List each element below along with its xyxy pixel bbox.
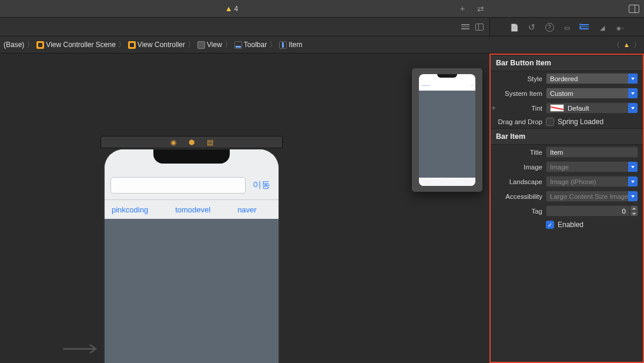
add-variation-icon[interactable]: ＋: [491, 103, 498, 113]
navigation-bar: 이동: [105, 171, 279, 200]
add-icon[interactable]: ＋: [458, 4, 467, 14]
toolbar-preview: pinkcoding tomodevel naver: [105, 200, 279, 219]
content-area: [105, 219, 279, 363]
tag-label: Tag: [491, 208, 542, 215]
title-field[interactable]: Item: [546, 146, 638, 158]
size-inspector-tab[interactable]: [598, 22, 607, 32]
tint-select[interactable]: Default: [546, 102, 638, 114]
toolbar-link[interactable]: pinkcoding: [112, 205, 148, 214]
title-label: Title: [491, 149, 542, 156]
crumb-scene[interactable]: View Controller Scene: [36, 41, 116, 49]
enabled-checkbox[interactable]: ✓: [546, 221, 554, 229]
tag-field[interactable]: 0: [546, 205, 630, 217]
document-outline-icon[interactable]: [475, 24, 484, 31]
system-item-label: System Item: [491, 90, 542, 97]
help-inspector-tab[interactable]: [545, 22, 554, 32]
view-icon: [197, 41, 205, 49]
attributes-inspector-tab[interactable]: [580, 22, 589, 32]
crumb-item[interactable]: Item: [279, 41, 302, 49]
image-select[interactable]: Image: [546, 161, 638, 172]
enabled-label: Enabled: [558, 221, 583, 229]
search-field[interactable]: [110, 177, 246, 194]
minimap-device: ~~~~~-- ····: [419, 74, 475, 186]
style-select[interactable]: Bordered: [546, 73, 638, 84]
notch: [153, 149, 230, 164]
adjust-lines-icon[interactable]: [461, 24, 469, 29]
spring-loaded-checkbox[interactable]: [546, 118, 554, 126]
warning-icon: ▲: [225, 4, 233, 13]
crumb-vc[interactable]: View Controller: [128, 41, 185, 49]
issue-badge[interactable]: ▲ 4: [225, 4, 239, 13]
toolbar-icon: [234, 41, 242, 49]
editor-subbar: [0, 18, 644, 36]
scene-icon: [36, 41, 44, 49]
nav-fwd-icon[interactable]: 〉: [633, 40, 640, 50]
toolbar-link[interactable]: tomodevel: [175, 205, 210, 214]
tint-label: Tint: [491, 105, 542, 112]
scene-selection-bar[interactable]: ◉ ⬢ ▤: [100, 136, 283, 148]
breadcrumb: (Base) 〉 View Controller Scene 〉 View Co…: [0, 36, 644, 54]
status-bar: [105, 149, 279, 171]
file-inspector-tab[interactable]: [509, 22, 519, 32]
interface-builder-canvas[interactable]: ~~~~~-- ···· ◉ ⬢ ▤ 이동 pinkcoding tomodev…: [0, 54, 489, 363]
first-responder-icon[interactable]: ⬢: [188, 138, 196, 146]
baritem-icon: [279, 41, 287, 49]
accessibility-label: Accessibility: [491, 193, 542, 200]
bidir-arrow-icon[interactable]: ⇄: [477, 4, 484, 14]
landscape-select[interactable]: Image (iPhone): [546, 176, 638, 187]
landscape-label: Landscape: [491, 178, 542, 185]
issue-count: 4: [234, 5, 239, 13]
toolbar-link[interactable]: naver: [237, 205, 257, 214]
nav-right-button[interactable]: 이동: [250, 179, 273, 191]
vc-chip-icon[interactable]: ◉: [170, 138, 177, 146]
style-label: Style: [491, 75, 542, 82]
section-header: Bar Button Item: [491, 55, 643, 71]
section-header: Bar Item: [491, 128, 643, 145]
window-toolbar: ▲ 4 ＋ ⇄: [0, 0, 644, 18]
system-item-select[interactable]: Custom: [546, 88, 638, 99]
spring-loaded-label: Spring Loaded: [558, 118, 603, 126]
connections-inspector-tab[interactable]: [615, 22, 625, 32]
dnd-label: Drag and Drop: [491, 118, 542, 125]
tint-swatch-icon: [550, 104, 564, 112]
identity-inspector-tab[interactable]: [562, 22, 572, 32]
crumb-toolbar[interactable]: Toolbar: [234, 41, 267, 49]
attributes-inspector: Bar Button Item Style Bordered System It…: [489, 54, 644, 363]
toggle-inspector-icon[interactable]: [629, 5, 639, 13]
exit-icon[interactable]: ▤: [206, 138, 214, 146]
tag-stepper[interactable]: [630, 205, 638, 217]
crumb-view[interactable]: View: [197, 41, 222, 49]
device-preview[interactable]: 이동 pinkcoding tomodevel naver: [103, 148, 280, 363]
warning-icon[interactable]: ▲: [623, 41, 630, 48]
history-inspector-tab[interactable]: [527, 22, 536, 32]
vc-icon: [128, 41, 136, 49]
nav-back-icon[interactable]: 〈: [613, 40, 620, 50]
crumb-base[interactable]: (Base): [4, 41, 24, 49]
image-label: Image: [491, 164, 542, 171]
minimap[interactable]: ~~~~~-- ····: [412, 68, 482, 192]
accessibility-select[interactable]: Large Content Size Image: [546, 191, 638, 202]
segue-arrow-icon: [62, 343, 99, 355]
inspector-tabs: [489, 18, 644, 36]
